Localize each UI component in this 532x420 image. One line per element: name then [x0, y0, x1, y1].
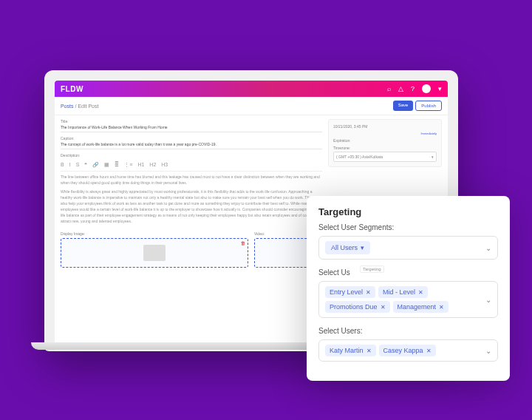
breadcrumb: Posts / Edit Post — [61, 104, 98, 109]
chip-label: Katy Martin — [330, 347, 364, 354]
caption-field: Caption: The concept of work-life balanc… — [61, 136, 322, 149]
schedule-datetime-row: 10/21/2020, 3:45 PM — [333, 124, 437, 129]
schedule-box: 10/21/2020, 3:45 PM Immediately Expirati… — [328, 119, 442, 167]
list-icon[interactable]: ≣ — [115, 162, 119, 168]
title-label: Title: — [61, 119, 322, 123]
users-label: Select Users: — [318, 327, 498, 335]
groups-chip-row: Entry Level✕ Mid - Level✕ Promotions Due… — [325, 286, 481, 313]
title-input[interactable]: The Importance of Work-Life Balance When… — [61, 125, 322, 132]
close-icon[interactable]: ✕ — [366, 289, 371, 296]
close-icon[interactable]: ✕ — [418, 289, 423, 296]
chip-label: All Users — [331, 244, 358, 251]
breadcrumb-current: Edit Post — [78, 104, 98, 109]
left-column: Title: The Importance of Work-Life Balan… — [61, 119, 322, 228]
timezone-value: ( GMT +05:30 ) Asia/Kolkata — [336, 155, 383, 159]
users-chip-row: Katy Martin✕ Casey Kappa✕ — [325, 345, 481, 356]
description-field: Description: B I S ❝ 🔗 ▦ ≣ ⋮≡ H1 H2 H3 — [61, 153, 322, 224]
topbar-icons: ⌕ △ ? ▾ — [387, 84, 442, 93]
action-row: Posts / Edit Post Save Publish — [55, 97, 448, 115]
immediately-link[interactable]: Immediately — [420, 132, 437, 135]
bell-icon[interactable]: △ — [398, 85, 403, 92]
timezone-label: Timezone: — [333, 146, 437, 150]
groups-label: Select Us Targeting — [318, 268, 498, 277]
users-section: Select Users: Katy Martin✕ Casey Kappa✕ … — [318, 327, 498, 362]
quote-icon[interactable]: ❝ — [84, 162, 87, 168]
delete-image-icon[interactable]: 🗑 — [241, 241, 245, 245]
image-dropzone[interactable]: 🗑 — [61, 238, 248, 268]
chevron-down-icon: ▾ — [361, 244, 364, 251]
title-field: Title: The Importance of Work-Life Balan… — [61, 119, 322, 132]
targeting-panel: Targeting Select User Segments: All User… — [307, 196, 510, 381]
groups-select[interactable]: Entry Level✕ Mid - Level✕ Promotions Due… — [318, 281, 498, 318]
close-icon[interactable]: ✕ — [366, 348, 372, 354]
group-chip[interactable]: Management✕ — [393, 301, 449, 313]
groups-section: Select Us Targeting Entry Level✕ Mid - L… — [318, 268, 498, 318]
targeting-tooltip: Targeting — [360, 265, 384, 273]
description-editor[interactable]: The line between office hours and home t… — [61, 174, 322, 224]
avatar[interactable] — [422, 84, 431, 93]
breadcrumb-sep: / — [75, 104, 76, 109]
groups-label-text: Select Us — [318, 268, 350, 277]
italic-icon[interactable]: I — [69, 162, 71, 168]
strike-icon[interactable]: S — [76, 162, 80, 168]
chip-label: Casey Kappa — [383, 347, 423, 354]
targeting-title: Targeting — [318, 206, 498, 217]
description-label: Description: — [61, 153, 322, 158]
group-chip[interactable]: Promotions Due✕ — [325, 301, 390, 313]
body-paragraph: While flexibility is always great and hi… — [61, 189, 322, 224]
image-upload-label: Display Image: — [61, 231, 248, 236]
chip-label: Promotions Due — [330, 303, 378, 311]
save-button[interactable]: Save — [393, 101, 414, 111]
chevron-down-icon[interactable]: ⌄ — [485, 296, 491, 304]
segments-select[interactable]: All Users ▾ ⌄ — [318, 236, 498, 260]
numlist-icon[interactable]: ⋮≡ — [124, 162, 132, 168]
user-chip[interactable]: Katy Martin✕ — [325, 345, 376, 356]
image-upload-box: Display Image: 🗑 — [61, 231, 248, 268]
segments-section: Select User Segments: All Users ▾ ⌄ — [318, 223, 498, 260]
expiration-row: Expiration: — [333, 138, 437, 143]
close-icon[interactable]: ✕ — [381, 304, 386, 311]
chevron-down-icon: · ▾ — [429, 155, 434, 159]
chip-label: Entry Level — [330, 288, 363, 296]
chevron-down-icon[interactable]: ⌄ — [485, 347, 491, 355]
image-icon[interactable]: ▦ — [104, 162, 109, 168]
chevron-down-icon[interactable]: ⌄ — [485, 244, 491, 252]
body-paragraph: The line between office hours and home t… — [61, 174, 322, 186]
chevron-down-icon[interactable]: ▾ — [438, 85, 442, 92]
users-select[interactable]: Katy Martin✕ Casey Kappa✕ ⌄ — [318, 339, 498, 362]
chip-label: Mid - Level — [383, 288, 415, 296]
caption-label: Caption: — [61, 136, 322, 140]
expiration-label: Expiration: — [333, 138, 351, 143]
all-users-chip[interactable]: All Users ▾ — [325, 241, 370, 254]
h2-icon[interactable]: H2 — [149, 162, 156, 168]
caption-input[interactable]: The concept of work-life balance is a lo… — [61, 142, 322, 149]
bold-icon[interactable]: B — [61, 162, 64, 168]
schedule-datetime[interactable]: 10/21/2020, 3:45 PM — [333, 124, 367, 129]
link-icon[interactable]: 🔗 — [92, 162, 99, 168]
segments-label: Select User Segments: — [318, 223, 498, 231]
chip-label: Management — [398, 303, 437, 311]
breadcrumb-root[interactable]: Posts — [61, 104, 74, 109]
close-icon[interactable]: ✕ — [439, 304, 444, 311]
h3-icon[interactable]: H3 — [161, 162, 168, 168]
brand-logo: FLDW — [61, 85, 83, 93]
publish-button[interactable]: Publish — [415, 101, 442, 111]
h1-icon[interactable]: H1 — [137, 162, 144, 168]
topbar: FLDW ⌕ △ ? ▾ — [55, 81, 448, 97]
immediately-row: Immediately — [333, 132, 437, 135]
action-buttons: Save Publish — [393, 101, 442, 111]
image-thumbnail — [143, 245, 166, 261]
user-chip[interactable]: Casey Kappa✕ — [379, 345, 436, 356]
help-icon[interactable]: ? — [411, 85, 415, 92]
close-icon[interactable]: ✕ — [426, 348, 432, 354]
group-chip[interactable]: Mid - Level✕ — [378, 286, 428, 298]
editor-toolbar: B I S ❝ 🔗 ▦ ≣ ⋮≡ H1 H2 H3 — [61, 159, 322, 172]
search-icon[interactable]: ⌕ — [387, 85, 391, 92]
group-chip[interactable]: Entry Level✕ — [325, 286, 375, 298]
timezone-select[interactable]: ( GMT +05:30 ) Asia/Kolkata · ▾ — [333, 152, 437, 162]
